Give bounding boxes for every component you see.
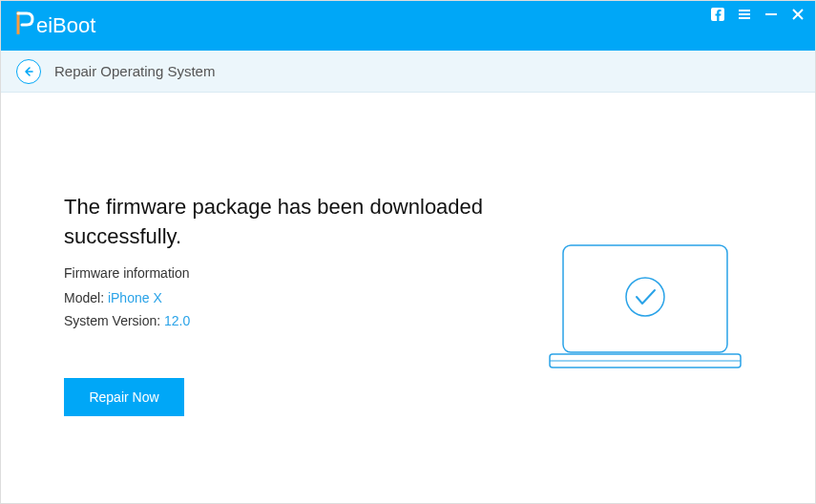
svg-point-10	[626, 278, 664, 316]
firmware-info-label: Firmware information	[64, 265, 484, 281]
repair-now-button[interactable]: Repair Now	[64, 378, 184, 416]
arrow-left-icon	[23, 66, 34, 77]
breadcrumb: Repair Operating System	[1, 51, 815, 93]
version-value: 12.0	[164, 313, 190, 328]
main-content: The firmware package has been downloaded…	[1, 93, 815, 416]
back-button[interactable]	[16, 59, 41, 84]
content-left: The firmware package has been downloaded…	[64, 193, 484, 416]
facebook-icon[interactable]	[710, 7, 725, 22]
logo-mark-icon	[14, 10, 35, 42]
model-value: iPhone X	[108, 290, 162, 305]
page-heading: The firmware package has been downloaded…	[64, 193, 484, 252]
content-right	[522, 193, 767, 416]
model-label: Model:	[64, 290, 104, 305]
close-icon[interactable]	[790, 7, 806, 22]
app-name: eiBoot	[36, 13, 95, 38]
laptop-check-icon	[540, 238, 750, 381]
titlebar: eiBoot	[1, 1, 815, 51]
version-label: System Version:	[64, 313, 160, 328]
menu-icon[interactable]	[737, 7, 752, 22]
minimize-icon[interactable]	[764, 7, 779, 22]
svg-rect-7	[563, 245, 727, 352]
model-row: Model: iPhone X	[64, 290, 484, 305]
breadcrumb-title: Repair Operating System	[54, 63, 215, 79]
window-controls	[710, 7, 806, 22]
app-logo: eiBoot	[14, 10, 95, 42]
version-row: System Version: 12.0	[64, 313, 484, 328]
